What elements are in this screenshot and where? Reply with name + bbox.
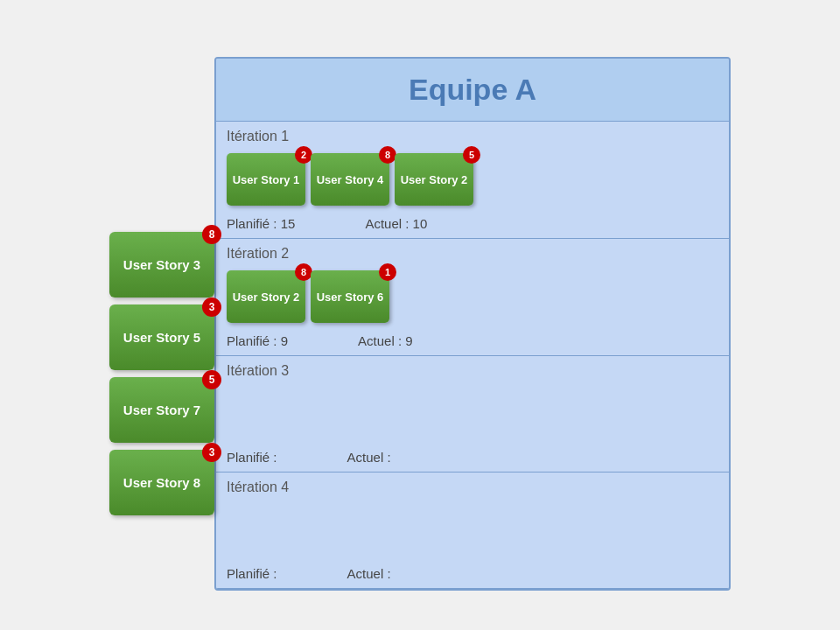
backlog-story-card[interactable]: User Story 83 (109, 450, 214, 515)
story-label: User Story 8 (123, 475, 200, 490)
iter-story-badge: 2 (295, 146, 312, 164)
main-layout: User Story 38User Story 53User Story 75U… (109, 57, 731, 591)
story-badge: 8 (202, 225, 221, 244)
story-badge: 3 (202, 298, 221, 317)
iter-story-label: User Story 2 (233, 290, 300, 304)
planifie-label: Planifié : (227, 450, 277, 465)
story-label: User Story 5 (123, 330, 200, 345)
iteration-footer: Planifié :Actuel : (216, 444, 729, 472)
actuel-label: Actuel : 9 (358, 333, 413, 348)
iter-story-label: User Story 4 (317, 173, 384, 186)
iteration-footer: Planifié :Actuel : (216, 561, 729, 588)
iter-story-label: User Story 2 (401, 173, 468, 186)
iteration-story-card[interactable]: User Story 25 (395, 153, 473, 206)
actuel-label: Actuel : (347, 566, 391, 581)
planifie-label: Planifié : 15 (227, 216, 295, 231)
backlog-story-card[interactable]: User Story 53 (109, 304, 214, 370)
iteration-row: Itération 3Planifié :Actuel : (216, 356, 729, 472)
iteration-footer: Planifié : 9Actuel : 9 (216, 328, 729, 355)
story-badge: 3 (202, 443, 221, 462)
iteration-story-card[interactable]: User Story 48 (311, 153, 389, 206)
story-label: User Story 7 (123, 402, 200, 417)
iteration-footer: Planifié : 15Actuel : 10 (216, 211, 729, 238)
iter-story-label: User Story 6 (317, 290, 384, 304)
backlog-story-card[interactable]: User Story 38 (109, 232, 214, 298)
iteration-stories-area: User Story 28User Story 61 (216, 262, 729, 328)
iteration-stories-area (216, 379, 729, 444)
story-label: User Story 3 (123, 257, 200, 272)
iter-story-badge: 8 (379, 146, 396, 164)
story-badge: 5 (202, 370, 221, 389)
iteration-row: Itération 2User Story 28User Story 61Pla… (216, 239, 729, 356)
board-title: Equipe A (216, 59, 729, 122)
iteration-label: Itération 2 (216, 239, 729, 262)
backlog-story-card[interactable]: User Story 75 (109, 377, 214, 443)
iteration-row: Itération 1User Story 12User Story 48Use… (216, 122, 729, 239)
iteration-label: Itération 4 (216, 472, 729, 495)
iterations-container: Itération 1User Story 12User Story 48Use… (216, 122, 729, 589)
iter-story-badge: 5 (463, 146, 480, 164)
iteration-stories-area (216, 495, 729, 561)
iteration-label: Itération 3 (216, 356, 729, 379)
planifie-label: Planifié : 9 (227, 333, 288, 348)
iter-story-badge: 1 (379, 263, 396, 281)
iter-story-label: User Story 1 (233, 173, 300, 186)
iteration-story-card[interactable]: User Story 28 (227, 270, 305, 323)
iteration-story-card[interactable]: User Story 61 (311, 270, 389, 323)
iteration-stories-area: User Story 12User Story 48User Story 25 (216, 144, 729, 211)
planifie-label: Planifié : (227, 566, 277, 581)
board: Equipe A Itération 1User Story 12User St… (214, 57, 731, 591)
actuel-label: Actuel : 10 (365, 216, 427, 231)
backlog-sidebar: User Story 38User Story 53User Story 75U… (109, 57, 214, 515)
iteration-row: Itération 4Planifié :Actuel : (216, 472, 729, 589)
iteration-story-card[interactable]: User Story 12 (227, 153, 305, 206)
iter-story-badge: 8 (295, 263, 312, 281)
actuel-label: Actuel : (347, 450, 391, 465)
iteration-label: Itération 1 (216, 122, 729, 144)
